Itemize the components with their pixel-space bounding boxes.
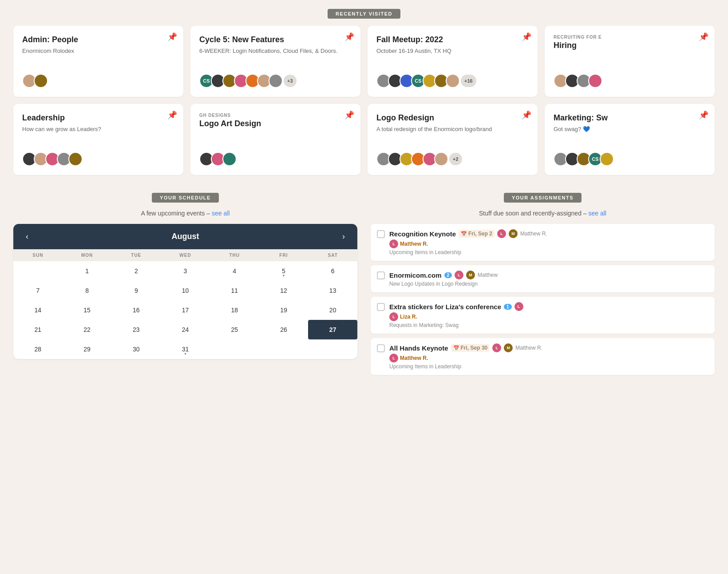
recently-visited-section-header: RECENTLY VISITED [13,9,715,19]
calendar-day[interactable]: 4 [210,261,259,281]
calendar-day[interactable]: 10 [161,281,210,300]
calendar-day[interactable]: 21 [13,320,63,339]
assignment-title: Extra stickers for Liza's conference [389,303,501,311]
assignment-item-all-hands-keynote[interactable]: All Hands Keynote 📅 Fri, Sep 30 LMMatthe… [371,338,715,375]
calendar-day[interactable]: 6 [308,261,357,281]
calendar-weekdays: SUNMONTUEWEDTHUFRISAT [13,249,357,261]
calendar-day[interactable]: 29 [63,339,112,359]
card-avatars: CS+16 [376,74,529,88]
card-recruiting[interactable]: 📌RECRUITING FOR EHiring [545,26,715,97]
recently-visited-label: RECENTLY VISITED [328,9,400,19]
calendar-day[interactable]: 23 [111,320,161,339]
assignment-title: Enormicom.com [389,271,442,279]
assignment-content: Enormicom.com2LMMatthewNew Logo Updates … [389,271,708,287]
card-logo-art-design[interactable]: 📌GH DESIGNSLogo Art Design [190,104,360,175]
calendar-day[interactable]: 17 [161,300,210,320]
calendar-day[interactable] [308,339,357,359]
card-subtitle: October 16-19 Austin, TX HQ [376,47,529,56]
calendar-day[interactable]: 13 [308,281,357,300]
calendar-day[interactable]: 25 [210,320,259,339]
assignment-item-extra-stickers[interactable]: Extra stickers for Liza's conference1L L… [371,297,715,334]
pin-icon[interactable]: 📌 [167,32,177,42]
assignment-context: Requests in Marketing: Swag [389,322,708,328]
calendar-day[interactable]: 22 [63,320,112,339]
pin-icon[interactable]: 📌 [522,110,531,120]
calendar-day[interactable] [259,339,309,359]
card-leadership[interactable]: 📌LeadershipHow can we grow as Leaders? [13,104,183,175]
assignee-avatar: L [497,229,506,238]
calendar-day[interactable]: 8 [63,281,112,300]
assignments-see-all-link[interactable]: see all [589,210,606,217]
pin-icon[interactable]: 📌 [344,32,354,42]
calendar-day[interactable]: 26 [259,320,309,339]
assignment-content: All Hands Keynote 📅 Fri, Sep 30 LMMatthe… [389,343,708,370]
calendar-day[interactable]: 15 [63,300,112,320]
calendar-next-button[interactable]: › [339,230,348,243]
recently-visited-grid: 📌Admin: PeopleEnormicom Rolodex📌Cycle 5:… [13,26,715,175]
pin-icon[interactable]: 📌 [699,32,708,42]
card-title: Admin: People [22,35,174,45]
card-cycle5[interactable]: 📌Cycle 5: New Features6-WEEKER: Login No… [190,26,360,97]
calendar-day[interactable]: 3 [161,261,210,281]
avatar [434,152,448,166]
calendar-day[interactable]: 19 [259,300,309,320]
pin-icon[interactable]: 📌 [167,110,177,120]
assignment-content: Recognition Keynote 📅 Fri, Sep 2 LMMatth… [389,229,708,255]
assignee-avatar: M [509,229,518,238]
calendar-day[interactable] [210,339,259,359]
calendar-day[interactable]: 7 [13,281,63,300]
assignment-title: All Hands Keynote [389,344,448,352]
schedule-section-header: YOUR SCHEDULE [13,193,357,203]
assignee-avatar: M [466,271,475,279]
avatar-count: +2 [449,153,462,165]
calendar-prev-button[interactable]: ‹ [22,230,32,243]
calendar-day[interactable]: 24 [161,320,210,339]
calendar-day[interactable] [13,261,63,281]
card-marketing-sw[interactable]: 📌Marketing: SwGot swag? 💙CS [545,104,715,175]
assignments-subtitle: Stuff due soon and recently-assigned – s… [371,210,715,217]
card-subtitle: Got swag? 💙 [554,125,706,134]
calendar-day[interactable]: 20 [308,300,357,320]
calendar-day[interactable]: 14 [13,300,63,320]
calendar-day[interactable]: 31 [161,339,210,359]
card-avatars [22,152,174,166]
card-fall-meetup[interactable]: 📌Fall Meetup: 2022October 16-19 Austin, … [368,26,538,97]
calendar-day[interactable]: 2 [111,261,161,281]
calendar-day[interactable]: 11 [210,281,259,300]
pin-icon[interactable]: 📌 [522,32,531,42]
assignment-item-enormicom-com[interactable]: Enormicom.com2LMMatthewNew Logo Updates … [371,265,715,292]
calendar-day[interactable]: 1 [63,261,112,281]
pin-icon[interactable]: 📌 [699,110,708,120]
assignment-item-recognition-keynote[interactable]: Recognition Keynote 📅 Fri, Sep 2 LMMatth… [371,224,715,261]
schedule-see-all-link[interactable]: see all [212,210,229,217]
avatar [446,74,460,88]
schedule-label: YOUR SCHEDULE [152,193,219,203]
assignment-checkbox[interactable] [377,230,385,238]
calendar-weekday: MON [63,249,112,261]
assignment-checkbox[interactable] [377,271,385,279]
assignment-assignee-row: L Matthew R. [389,239,708,248]
calendar-day[interactable]: 27 [308,320,357,339]
calendar-month: August [172,232,199,241]
calendar-day[interactable]: 16 [111,300,161,320]
card-avatars: CS [554,152,706,166]
avatar-count: +16 [461,75,476,87]
assignment-due: Fri, Sep 2 [468,231,492,237]
card-admin-people[interactable]: 📌Admin: PeopleEnormicom Rolodex [13,26,183,97]
assignments-label: YOUR ASSIGNMENTS [504,193,582,203]
assignment-checkbox[interactable] [377,303,385,311]
calendar-day[interactable]: 28 [13,339,63,359]
calendar-day[interactable]: 5 [259,261,309,281]
calendar-icon: 📅 [461,231,467,237]
calendar-days: 1234567891011121314151617181920212223242… [13,261,357,359]
calendar-day[interactable]: 18 [210,300,259,320]
card-logo-redesign[interactable]: 📌Logo RedesignA total redesign of the En… [368,104,538,175]
pin-icon[interactable]: 📌 [344,110,354,120]
card-subtitle: How can we grow as Leaders? [22,125,174,134]
assignment-checkbox[interactable] [377,344,385,352]
assignee-avatar: L [455,271,463,279]
calendar-day[interactable]: 30 [111,339,161,359]
avatar [588,74,602,88]
calendar-day[interactable]: 9 [111,281,161,300]
calendar-day[interactable]: 12 [259,281,309,300]
